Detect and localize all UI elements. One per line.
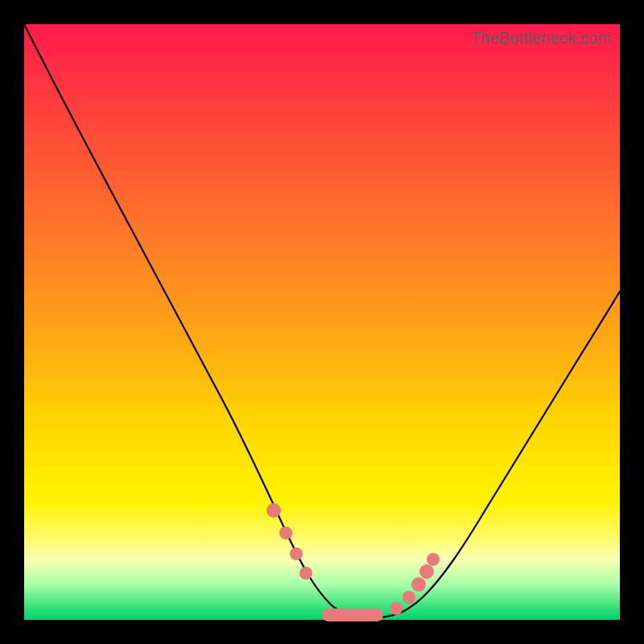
- marker-dot: [427, 553, 440, 566]
- marker-dot: [390, 602, 402, 615]
- marker-dot: [419, 564, 434, 579]
- bottleneck-curve: [24, 24, 620, 617]
- marker-dot: [279, 526, 292, 539]
- chart-frame: TheBottleneck.com: [0, 0, 644, 644]
- marker-dot: [299, 567, 312, 580]
- marker-dot: [290, 547, 303, 560]
- curve-svg: [24, 24, 620, 620]
- marker-dot: [411, 577, 426, 592]
- marker-dot: [266, 503, 281, 518]
- marker-dot: [402, 591, 415, 604]
- plot-area: TheBottleneck.com: [24, 24, 620, 620]
- marker-pill: [322, 609, 383, 621]
